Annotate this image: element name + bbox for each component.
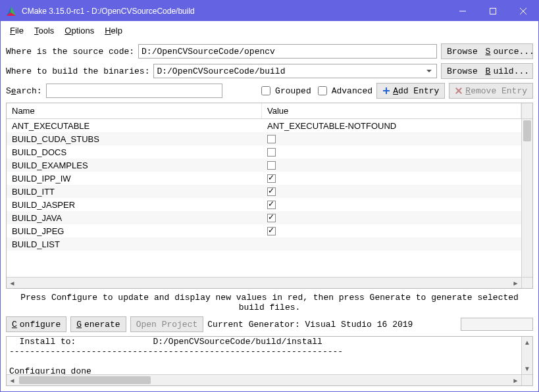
scroll-corner [521, 278, 532, 288]
cell-name[interactable]: BUILD_DOCS [7, 145, 262, 159]
cache-horizontal-scrollbar[interactable]: ◄ ► [7, 277, 532, 288]
add-entry-button[interactable]: Add Entry [376, 83, 445, 99]
window-title: CMake 3.15.0-rc1 - D:/OpenCVSourceCode/b… [22, 7, 195, 16]
scroll-up-icon[interactable]: ▲ [522, 337, 532, 348]
cell-name[interactable]: BUILD_JASPER [7, 198, 262, 211]
source-label: Where is the source code: [6, 47, 134, 57]
column-value[interactable]: Value [262, 103, 521, 118]
browse-build-button[interactable]: Browse Build... [441, 63, 533, 79]
advanced-checkbox[interactable]: Advanced [315, 84, 372, 97]
scroll-right-icon[interactable]: ► [510, 375, 521, 385]
source-path-input[interactable] [138, 44, 437, 59]
menubar: File Tools Options Help [1, 21, 538, 39]
cell-name[interactable]: BUILD_EXAMPLES [7, 159, 262, 172]
bool-checkbox[interactable] [267, 201, 276, 209]
column-name[interactable]: Name [7, 103, 262, 118]
output-log: Install to: D:/OpenCVSourceCode/build/in… [6, 336, 533, 386]
table-row[interactable]: BUILD_JAVA [7, 211, 521, 224]
table-row[interactable]: BUILD_LIST [7, 237, 521, 251]
bool-checkbox[interactable] [267, 161, 276, 170]
cmake-logo-icon [6, 6, 16, 16]
hint-text: Press Configure to update and display ne… [6, 293, 533, 312]
minimize-button[interactable] [448, 1, 478, 21]
scroll-left-icon[interactable]: ◄ [7, 375, 18, 385]
bool-checkbox[interactable] [267, 174, 276, 183]
scroll-right-icon[interactable]: ► [510, 278, 521, 288]
svg-rect-5 [490, 8, 496, 14]
cell-value[interactable] [262, 237, 521, 251]
menu-tools[interactable]: Tools [29, 24, 59, 37]
cache-vertical-scrollbar[interactable] [521, 119, 532, 277]
scroll-left-icon[interactable]: ◄ [7, 278, 18, 288]
menu-options[interactable]: Options [59, 24, 99, 37]
bool-checkbox[interactable] [267, 214, 276, 222]
table-row[interactable]: ANT_EXECUTABLEANT_EXECUTABLE-NOTFOUND [7, 119, 521, 132]
cell-value[interactable]: ANT_EXECUTABLE-NOTFOUND [262, 119, 521, 132]
cell-name[interactable]: ANT_EXECUTABLE [7, 119, 262, 132]
cell-name[interactable]: BUILD_ITT [7, 185, 262, 198]
table-row[interactable]: BUILD_EXAMPLES [7, 159, 521, 172]
grouped-checkbox[interactable]: Grouped [259, 84, 311, 97]
cell-value[interactable] [262, 224, 521, 237]
open-project-button: Open Project [130, 316, 204, 332]
build-path-combo[interactable] [153, 64, 437, 78]
output-vertical-scrollbar[interactable]: ▲ ▼ [521, 337, 532, 374]
cell-value[interactable] [262, 211, 521, 224]
cache-table-header: Name Value [7, 103, 532, 119]
table-row[interactable]: BUILD_IPP_IW [7, 172, 521, 185]
table-row[interactable]: BUILD_DOCS [7, 145, 521, 159]
menu-file[interactable]: File [5, 24, 29, 37]
cmake-window: CMake 3.15.0-rc1 - D:/OpenCVSourceCode/b… [0, 0, 539, 392]
maximize-button[interactable] [478, 1, 508, 21]
browse-source-button[interactable]: Browse Source... [441, 43, 533, 59]
plus-icon [382, 87, 390, 95]
cell-name[interactable]: BUILD_JPEG [7, 224, 262, 237]
header-scroll-corner [521, 103, 532, 118]
cell-value[interactable] [262, 172, 521, 185]
scrollbar-thumb[interactable] [523, 120, 531, 141]
bool-checkbox[interactable] [267, 187, 276, 196]
cell-value[interactable] [262, 145, 521, 159]
table-row[interactable]: BUILD_ITT [7, 185, 521, 198]
menu-help[interactable]: Help [99, 24, 128, 37]
titlebar[interactable]: CMake 3.15.0-rc1 - D:/OpenCVSourceCode/b… [1, 1, 538, 21]
cell-value[interactable] [262, 159, 521, 172]
cell-value[interactable] [262, 198, 521, 211]
cell-name[interactable]: BUILD_CUDA_STUBS [7, 132, 262, 145]
cell-name[interactable]: BUILD_JAVA [7, 211, 262, 224]
scroll-down-icon[interactable]: ▼ [522, 363, 532, 374]
search-label: Search: [6, 86, 42, 96]
search-input[interactable] [46, 84, 222, 98]
output-text[interactable]: Install to: D:/OpenCVSourceCode/build/in… [7, 337, 521, 374]
bool-checkbox[interactable] [267, 148, 276, 157]
table-row[interactable]: BUILD_JASPER [7, 198, 521, 211]
advanced-checkbox-input[interactable] [318, 86, 327, 95]
grouped-label: Grouped [275, 86, 311, 96]
progress-bar [461, 318, 533, 331]
generate-button[interactable]: Generate [70, 316, 126, 332]
table-row[interactable]: BUILD_JPEG [7, 224, 521, 237]
cell-name[interactable]: BUILD_LIST [7, 237, 262, 251]
scroll-corner [521, 375, 532, 385]
cell-name[interactable]: BUILD_IPP_IW [7, 172, 262, 185]
cell-value[interactable] [262, 132, 521, 145]
x-icon [455, 87, 463, 95]
grouped-checkbox-input[interactable] [261, 86, 270, 95]
close-button[interactable] [508, 1, 538, 21]
remove-entry-button: Remove Entry [449, 83, 533, 99]
scrollbar-thumb[interactable] [19, 376, 151, 384]
current-generator-label: Current Generator: Visual Studio 16 2019 [207, 320, 413, 330]
cell-value[interactable] [262, 185, 521, 198]
output-horizontal-scrollbar[interactable]: ◄ ► [7, 374, 532, 385]
bool-checkbox[interactable] [267, 227, 276, 235]
table-row[interactable]: BUILD_CUDA_STUBS [7, 132, 521, 145]
bool-checkbox[interactable] [267, 135, 276, 143]
cache-table: Name Value ANT_EXECUTABLEANT_EXECUTABLE-… [6, 103, 533, 289]
configure-button[interactable]: Configure [6, 316, 66, 332]
advanced-label: Advanced [332, 86, 372, 96]
build-label: Where to build the binaries: [6, 66, 149, 76]
